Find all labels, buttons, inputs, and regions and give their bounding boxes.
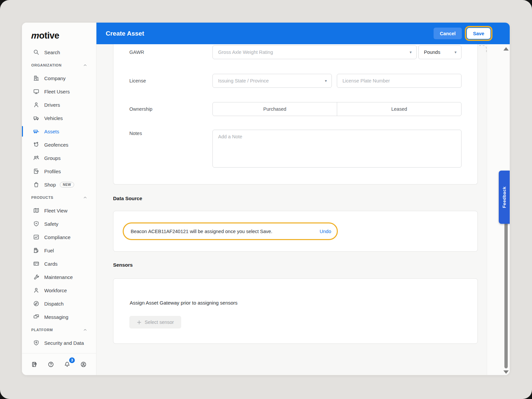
sidebar-item-safety[interactable]: Safety (22, 217, 96, 230)
sensors-heading: Sensors (113, 262, 133, 268)
notification-count-badge: 3 (68, 357, 75, 364)
notifications-bell-icon[interactable]: 3 (63, 360, 71, 368)
sidebar-item-label: Company (44, 75, 66, 81)
sidebar-item-label: Shop (44, 182, 56, 188)
chevron-up-icon (83, 63, 87, 67)
license-state-placeholder: Issuing State / Province (218, 78, 322, 83)
shopping-bag-icon (33, 181, 40, 188)
beacon-message: Beacon ACEB11AF240121 will be assigned o… (131, 229, 272, 234)
app-window: motive Search ORGANIZATION Company Fleet… (22, 23, 510, 375)
plus-icon (137, 320, 142, 325)
sidebar-item-dispatch[interactable]: Dispatch (22, 297, 96, 310)
account-icon[interactable] (79, 360, 87, 368)
undo-link[interactable]: Undo (320, 229, 331, 234)
sidebar-section-organization[interactable]: ORGANIZATION (22, 59, 96, 71)
monitor-icon (33, 88, 40, 95)
sidebar-item-compliance[interactable]: Compliance (22, 230, 96, 244)
document-gear-icon (33, 168, 40, 175)
polygon-icon (33, 141, 40, 148)
trailer-icon (33, 128, 40, 135)
section-label: PLATFORM (31, 328, 53, 332)
help-icon[interactable] (47, 360, 55, 368)
page-header: Create Asset Cancel Save (96, 23, 510, 44)
sidebar-item-search[interactable]: Search (22, 46, 96, 59)
select-sensor-button[interactable]: Select sensor (129, 316, 181, 329)
sidebar-item-label: Safety (44, 221, 59, 227)
ownership-leased-option[interactable]: Leased (337, 102, 461, 116)
ownership-purchased-option[interactable]: Purchased (213, 102, 337, 116)
sidebar-section-products[interactable]: PRODUCTS (22, 191, 96, 204)
sidebar-item-vehicles[interactable]: Vehicles (22, 111, 96, 125)
sidebar-item-label: Groups (44, 155, 61, 161)
shield-lock-icon (33, 339, 40, 346)
sidebar-item-label: Maintenance (44, 274, 73, 280)
people-icon (33, 155, 40, 161)
sidebar-item-label: Dispatch (44, 301, 64, 307)
sidebar-item-label: Fuel (44, 248, 54, 253)
feedback-tab[interactable]: Feedback (499, 171, 510, 224)
scroll-up-arrow[interactable] (503, 47, 509, 51)
sidebar-item-label: Search (44, 50, 60, 55)
cancel-button[interactable]: Cancel (434, 28, 462, 39)
motive-logo[interactable]: motive (22, 23, 96, 46)
map-icon (33, 207, 40, 214)
sidebar: motive Search ORGANIZATION Company Fleet… (22, 23, 96, 375)
wrench-icon (33, 274, 40, 280)
gawr-unit-value: Pounds (424, 50, 452, 55)
section-label: PRODUCTS (31, 196, 54, 200)
gawr-placeholder: Gross Axle Weight Rating (218, 50, 407, 55)
sidebar-item-fleet-view[interactable]: Fleet View (22, 204, 96, 217)
chevron-down-icon: ▾ (455, 50, 457, 55)
sidebar-item-shop[interactable]: Shop NEW (22, 178, 96, 191)
sidebar-item-security-and-data[interactable]: Security and Data (22, 336, 96, 349)
search-icon (33, 49, 40, 56)
sidebar-item-label: Profiles (44, 169, 61, 174)
gawr-select[interactable]: Gross Axle Weight Rating ▾ (212, 45, 417, 59)
sidebar-item-label: Vehicles (44, 115, 63, 121)
save-button[interactable]: Save (467, 28, 490, 39)
asset-details-card: GAWR Gross Axle Weight Rating ▾ Pounds ▾… (113, 44, 478, 185)
sidebar-item-cards[interactable]: Cards (22, 257, 96, 270)
new-badge: NEW (60, 182, 74, 188)
building-icon (33, 75, 40, 81)
sidebar-item-label: Security and Data (44, 340, 84, 346)
sidebar-item-maintenance[interactable]: Maintenance (22, 270, 96, 284)
sidebar-item-geofences[interactable]: Geofences (22, 138, 96, 151)
whats-new-icon[interactable] (31, 360, 39, 368)
credit-card-icon (33, 260, 40, 267)
sidebar-item-label: Compliance (44, 234, 70, 240)
section-label: ORGANIZATION (31, 63, 62, 67)
sidebar-item-label: Cards (44, 261, 58, 267)
scroll-down-arrow[interactable] (503, 370, 509, 374)
data-source-card: Beacon ACEB11AF240121 will be assigned o… (113, 211, 478, 252)
sidebar-item-groups[interactable]: Groups (22, 151, 96, 165)
data-source-heading: Data Source (113, 196, 142, 201)
scrollbar-thumb[interactable] (504, 204, 508, 368)
sidebar-item-company[interactable]: Company (22, 71, 96, 85)
person-icon (33, 287, 40, 294)
license-plate-input[interactable] (337, 74, 462, 88)
ownership-toggle: Purchased Leased (212, 102, 462, 116)
sidebar-item-assets[interactable]: Assets (22, 125, 96, 138)
notes-textarea[interactable] (212, 130, 462, 168)
notes-label: Notes (129, 131, 142, 136)
person-icon (33, 101, 40, 108)
truck-icon (33, 115, 40, 121)
select-sensor-label: Select sensor (145, 320, 174, 325)
license-label: License (129, 78, 146, 83)
sidebar-item-fuel[interactable]: Fuel (22, 244, 96, 257)
sidebar-item-label: Workforce (44, 288, 67, 293)
chevron-up-icon (83, 195, 87, 200)
sidebar-item-fleet-users[interactable]: Fleet Users (22, 85, 96, 98)
license-state-select[interactable]: Issuing State / Province ▾ (212, 74, 332, 88)
sidebar-item-drivers[interactable]: Drivers (22, 98, 96, 111)
shield-dot-icon (33, 220, 40, 227)
sidebar-item-workforce[interactable]: Workforce (22, 284, 96, 297)
sidebar-item-profiles[interactable]: Profiles (22, 165, 96, 178)
page-title: Create Asset (106, 23, 144, 44)
ownership-label: Ownership (129, 106, 152, 112)
sidebar-section-platform[interactable]: PLATFORM (22, 324, 96, 336)
gawr-unit-select[interactable]: Pounds ▾ (418, 45, 462, 59)
chat-bubbles-icon (33, 314, 40, 320)
sidebar-item-messaging[interactable]: Messaging (22, 310, 96, 324)
